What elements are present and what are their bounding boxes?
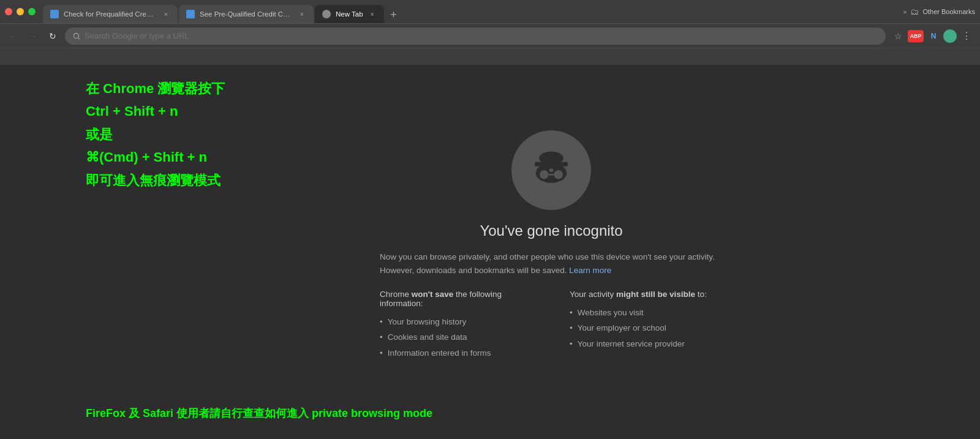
incognito-title: You've gone incognito [480, 222, 622, 239]
wont-save-section: Chrome won't save the following informat… [380, 290, 533, 361]
tab-bar: Check for Prequalified Credit C×See Pre-… [43, 0, 903, 23]
still-visible-heading: Your activity might still be visible to: [570, 290, 723, 299]
tab-close-tab2[interactable]: × [298, 10, 306, 18]
window-controls [5, 8, 36, 15]
other-bookmarks-label[interactable]: Other Bookmarks [922, 8, 975, 15]
address-bar[interactable] [65, 28, 886, 45]
tab-title-tab3: New Tab [336, 10, 363, 18]
svg-point-10 [549, 169, 553, 172]
tab-favicon-tab1 [50, 10, 59, 18]
still-visible-post: to: [695, 290, 707, 299]
nav-bar: ← → ↻ ☆ ABP N ⋮ [0, 23, 980, 48]
bottom-green-text: FireFox 及 Safari 使用者請自行查查如何進入 private br… [86, 406, 432, 421]
incognito-icon-circle [511, 130, 591, 210]
tab-close-tab1[interactable]: × [162, 10, 170, 18]
wont-save-keyword: won't save [412, 290, 453, 299]
list-item: Information entered in forms [380, 345, 533, 361]
learn-more-link[interactable]: Learn more [569, 266, 611, 275]
svg-point-6 [540, 170, 548, 179]
incognito-icon [524, 143, 579, 198]
svg-point-3 [539, 152, 564, 165]
svg-line-1 [78, 37, 80, 39]
bookmarks-bar [0, 48, 980, 65]
close-button[interactable] [5, 8, 12, 15]
still-visible-keyword: might still be visible [616, 290, 695, 299]
wont-save-heading: Chrome won't save the following informat… [380, 290, 533, 308]
tab-favicon-tab2 [186, 10, 195, 18]
still-visible-pre: Your activity [570, 290, 616, 299]
tab-tab1[interactable]: Check for Prequalified Credit C× [43, 5, 178, 23]
green-overlay-text: 在 Chrome 瀏覽器按下 Ctrl + Shift + n 或是 ⌘(Cmd… [86, 77, 225, 192]
extension-icon[interactable]: N [926, 29, 941, 43]
overlay-line3: 或是 [86, 123, 225, 146]
search-icon [72, 32, 81, 40]
incognito-lists: Chrome won't save the following informat… [380, 290, 723, 361]
svg-point-0 [74, 33, 78, 38]
refresh-button[interactable]: ↻ [45, 29, 60, 43]
overlay-line1: 在 Chrome 瀏覽器按下 [86, 77, 225, 100]
tab-title-tab2: See Pre-Qualified Credit Card [200, 10, 293, 18]
list-item: Your employer or school [570, 320, 723, 336]
maximize-button[interactable] [28, 8, 36, 15]
incognito-content: You've gone incognito Now you can browse… [380, 130, 723, 361]
incognito-description: Now you can browse privately, and other … [380, 250, 723, 277]
chevron-icon: » [903, 9, 907, 15]
list-item: Websites you visit [570, 305, 723, 321]
svg-point-8 [554, 170, 563, 179]
list-item: Your internet service provider [570, 336, 723, 352]
wont-save-list: Your browsing historyCookies and site da… [380, 314, 533, 361]
header-right: » 🗂 Other Bookmarks [903, 7, 975, 17]
page-content: 在 Chrome 瀏覽器按下 Ctrl + Shift + n 或是 ⌘(Cmd… [0, 65, 980, 439]
bookmark-folder-icon: 🗂 [910, 7, 919, 17]
minimize-button[interactable] [17, 8, 24, 15]
still-visible-list: Websites you visitYour employer or schoo… [570, 305, 723, 352]
tab-close-tab3[interactable]: × [368, 10, 377, 18]
nav-icons-right: ☆ ABP N ⋮ [891, 29, 974, 43]
profile-avatar[interactable] [943, 29, 957, 43]
menu-icon[interactable]: ⋮ [959, 29, 974, 43]
back-button[interactable]: ← [6, 29, 21, 43]
still-visible-section: Your activity might still be visible to:… [570, 290, 723, 361]
overlay-line2: Ctrl + Shift + n [86, 100, 225, 122]
forward-button[interactable]: → [26, 29, 40, 43]
new-tab-button[interactable]: + [385, 6, 402, 23]
tab-tab2[interactable]: See Pre-Qualified Credit Card× [179, 5, 314, 23]
list-item: Cookies and site data [380, 329, 533, 345]
title-bar: Check for Prequalified Credit C×See Pre-… [0, 0, 980, 23]
tab-title-tab1: Check for Prequalified Credit C [64, 10, 157, 18]
overlay-line4: ⌘(Cmd) + Shift + n [86, 146, 225, 168]
tab-favicon-tab3 [322, 10, 331, 18]
url-input[interactable] [85, 31, 878, 40]
overlay-line5: 即可進入無痕瀏覽模式 [86, 169, 225, 192]
tab-tab3[interactable]: New Tab× [315, 5, 384, 23]
abp-extension-icon[interactable]: ABP [908, 30, 924, 42]
incognito-desc-text: Now you can browse privately, and other … [380, 252, 715, 275]
list-item: Your browsing history [380, 314, 533, 330]
wont-save-pre: Chrome [380, 290, 412, 299]
star-icon[interactable]: ☆ [891, 29, 905, 43]
